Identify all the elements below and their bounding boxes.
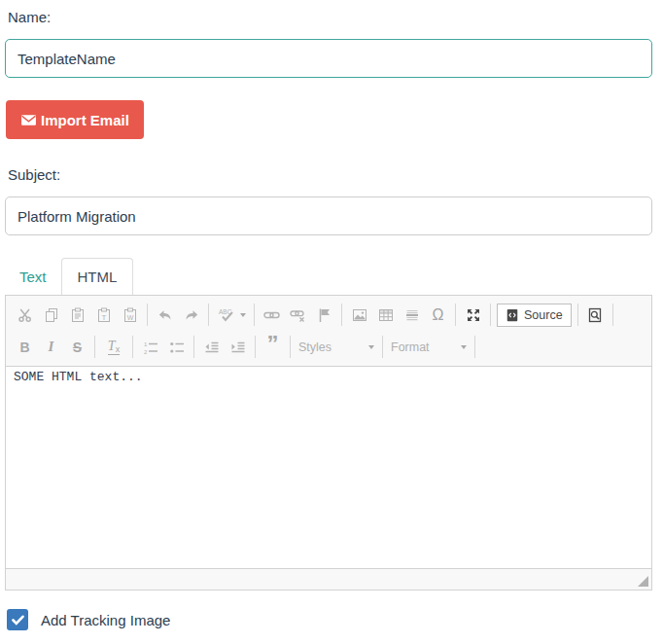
toolbar-separator	[455, 304, 456, 326]
editor-toolbar: T W	[6, 296, 651, 367]
cut-icon[interactable]	[12, 303, 38, 328]
tracking-checkbox-label: Add Tracking Image	[41, 612, 170, 628]
subject-label: Subject:	[8, 166, 648, 183]
subject-input[interactable]	[5, 197, 652, 235]
strikethrough-icon[interactable]: S	[64, 335, 90, 360]
editor-mode-tabs: Text HTML	[5, 258, 648, 295]
decrease-indent-icon[interactable]	[198, 335, 225, 360]
anchor-flag-icon[interactable]	[311, 303, 337, 328]
chevron-down-icon	[461, 345, 467, 349]
editor-status-bar	[6, 568, 651, 590]
copy-icon[interactable]	[38, 303, 64, 328]
svg-text:T: T	[101, 312, 106, 321]
styles-dropdown[interactable]: Styles	[295, 340, 378, 354]
toolbar-separator	[254, 304, 255, 326]
toolbar-separator	[474, 336, 475, 358]
link-icon[interactable]	[259, 303, 285, 328]
name-input[interactable]	[5, 39, 652, 78]
toolbar-separator	[490, 304, 491, 326]
unlink-icon[interactable]	[285, 303, 311, 328]
redo-icon[interactable]	[178, 303, 204, 328]
table-icon[interactable]	[372, 303, 399, 328]
horizontal-rule-icon[interactable]	[399, 303, 425, 328]
toolbar-separator	[290, 336, 291, 358]
undo-icon[interactable]	[152, 303, 178, 328]
import-email-button[interactable]: Import Email	[6, 100, 144, 139]
italic-icon[interactable]: I	[38, 335, 64, 360]
svg-text:1: 1	[144, 341, 148, 347]
numbered-list-icon[interactable]: 1 2	[137, 335, 163, 360]
paste-plain-text-icon[interactable]: T	[90, 303, 117, 328]
format-dropdown[interactable]: Format	[387, 340, 471, 354]
spell-check-icon[interactable]: ABC	[213, 303, 250, 328]
rich-text-editor: T W	[5, 295, 652, 590]
toolbar-separator	[255, 336, 256, 358]
html-source-textarea[interactable]: SOME HTML text...	[6, 367, 651, 568]
paste-from-word-icon[interactable]: W	[117, 303, 143, 328]
toolbar-separator	[94, 336, 95, 358]
format-dropdown-label: Format	[391, 340, 430, 354]
toolbar-separator	[208, 304, 209, 326]
omega-glyph: Ω	[433, 306, 444, 324]
toolbar-separator	[577, 304, 578, 326]
source-button-label: Source	[524, 308, 563, 322]
remove-format-icon[interactable]: Tx	[99, 335, 128, 360]
name-label: Name:	[8, 9, 648, 25]
chevron-down-icon	[368, 345, 374, 349]
toolbar-separator	[341, 304, 342, 326]
template-form: Name: Import Email Subject: Text HTML	[0, 0, 653, 636]
special-character-icon[interactable]: Ω	[425, 303, 451, 328]
toolbar-separator	[382, 336, 383, 358]
svg-text:2: 2	[144, 348, 148, 354]
bold-icon[interactable]: B	[12, 335, 38, 360]
source-button[interactable]: Source	[497, 304, 572, 327]
tab-text[interactable]: Text	[5, 259, 61, 295]
toolbar-separator	[193, 336, 194, 358]
checkmark-icon	[12, 615, 24, 626]
preview-icon[interactable]	[582, 303, 609, 328]
styles-dropdown-label: Styles	[298, 340, 332, 354]
envelope-icon	[20, 112, 37, 128]
bulleted-list-icon[interactable]	[163, 335, 190, 360]
maximize-icon[interactable]	[460, 303, 486, 328]
chevron-down-icon	[240, 313, 246, 317]
toolbar-row-1: T W	[12, 299, 646, 331]
tracking-image-row: Add Tracking Image	[5, 609, 648, 630]
toolbar-separator	[612, 304, 613, 326]
import-email-label: Import Email	[41, 112, 129, 128]
blockquote-icon[interactable]: ”	[260, 335, 286, 360]
toolbar-row-2: B I S Tx 1 2	[12, 331, 646, 363]
svg-text:W: W	[126, 313, 133, 320]
toolbar-separator	[147, 304, 148, 326]
resize-handle-icon[interactable]	[638, 576, 648, 587]
increase-indent-icon[interactable]	[225, 335, 251, 360]
toolbar-separator	[132, 336, 133, 358]
image-icon[interactable]	[346, 303, 372, 328]
tab-html[interactable]: HTML	[61, 258, 134, 295]
source-code-icon	[506, 308, 519, 322]
tracking-checkbox[interactable]	[7, 609, 28, 630]
paste-icon[interactable]	[64, 303, 90, 328]
